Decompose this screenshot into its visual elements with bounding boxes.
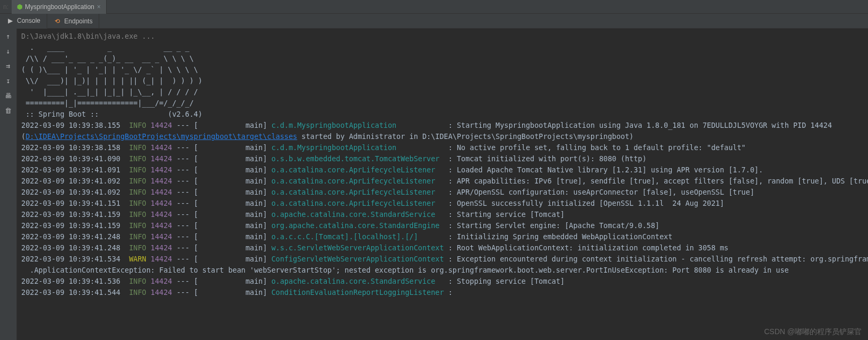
print-icon[interactable]: 🖶 [3,90,14,101]
log-line: 2022-03-09 10:39:41.248 INFO 14424 --- [… [21,231,864,242]
tab-console-label: Console [17,17,40,24]
springboot-icon: ⬢ [17,3,22,11]
scroll-down-icon[interactable]: ↓ [3,46,14,56]
log-line: 2022-03-09 10:39:41.151 INFO 14424 --- [… [21,198,864,209]
log-line: 2022-03-09 10:39:41.092 INFO 14424 --- [… [21,187,864,198]
soft-wrap-icon[interactable]: ⇉ [3,60,14,71]
log-line: 2022-03-09 10:39:41.159 INFO 14424 --- [… [21,220,864,231]
log-line: (D:\IDEA\Projects\SpringBootProjects\mys… [21,131,864,142]
log-line: 2022-03-09 10:39:41.092 INFO 14424 --- [… [21,176,864,187]
watermark: CSDN @嘟嘟的程序员铲屎官 [764,327,862,337]
log-line: 2022-03-09 10:39:41.536 INFO 14424 --- [… [21,276,864,287]
scroll-up-icon[interactable]: ↑ [3,31,14,41]
tool-tabs: ▶ Console ⟲ Endpoints [0,14,868,29]
tab-console[interactable]: ▶ Console [0,14,47,29]
banner-line: . ____ _ __ _ _ [21,42,864,53]
log-line: 2022-03-09 10:39:41.544 INFO 14424 --- [… [21,287,864,298]
console-output[interactable]: D:\Java\jdk1.8\bin\java.exe ... . ____ _… [17,29,868,340]
log-line: 2022-03-09 10:39:41.091 INFO 14424 --- [… [21,164,864,176]
log-line: 2022-03-09 10:39:41.534 WARN 14424 --- [… [21,254,864,265]
endpoints-icon: ⟲ [54,18,61,25]
tab-endpoints[interactable]: ⟲ Endpoints [47,14,99,29]
run-label: n: [0,3,12,11]
log-line: 2022-03-09 10:39:41.090 INFO 14424 --- [… [21,153,864,164]
cmdline: D:\Java\jdk1.8\bin\java.exe ... [21,31,864,42]
banner-line: ( ( )\___ | '_ | '_| | '_ \/ _` | \ \ \ … [21,64,864,75]
scroll-to-end-icon[interactable]: ↧ [3,75,14,86]
run-tab-title: MyspringbootApplication [25,3,94,11]
console-gutter: ↑ ↓ ⇉ ↧ 🖶 🗑 [0,29,17,340]
banner-line: =========|_|==============|___/=/_/_/_/ [21,98,864,109]
log-line: 2022-03-09 10:39:38.158 INFO 14424 --- [… [21,142,864,153]
run-tab-myspringboot[interactable]: ⬢ MyspringbootApplication × [12,0,107,14]
main-area: ↑ ↓ ⇉ ↧ 🖶 🗑 D:\Java\jdk1.8\bin\java.exe … [0,29,868,340]
log-line: .ApplicationContextException: Failed to … [21,265,864,276]
clear-icon[interactable]: 🗑 [3,105,14,116]
banner-line: \\/ ___)| |_)| | | | | || (_| | ) ) ) ) [21,75,864,86]
log-line: 2022-03-09 10:39:38.155 INFO 14424 --- [… [21,120,864,131]
banner-line: :: Spring Boot :: (v2.6.4) [21,109,864,120]
tab-bar: n: ⬢ MyspringbootApplication × [0,0,868,14]
banner-line: ' |____| .__|_| |_|_| |_\__, | / / / / [21,86,864,98]
close-icon[interactable]: × [97,3,101,11]
tab-endpoints-label: Endpoints [64,18,92,25]
log-line: 2022-03-09 10:39:41.159 INFO 14424 --- [… [21,209,864,220]
log-line: 2022-03-09 10:39:41.248 INFO 14424 --- [… [21,242,864,254]
console-icon: ▶ [6,17,14,24]
classes-path-link[interactable]: D:\IDEA\Projects\SpringBootProjects\mysp… [25,132,297,141]
banner-line: /\\ / ___'_ __ _ _(_)_ __ __ _ \ \ \ \ [21,53,864,64]
